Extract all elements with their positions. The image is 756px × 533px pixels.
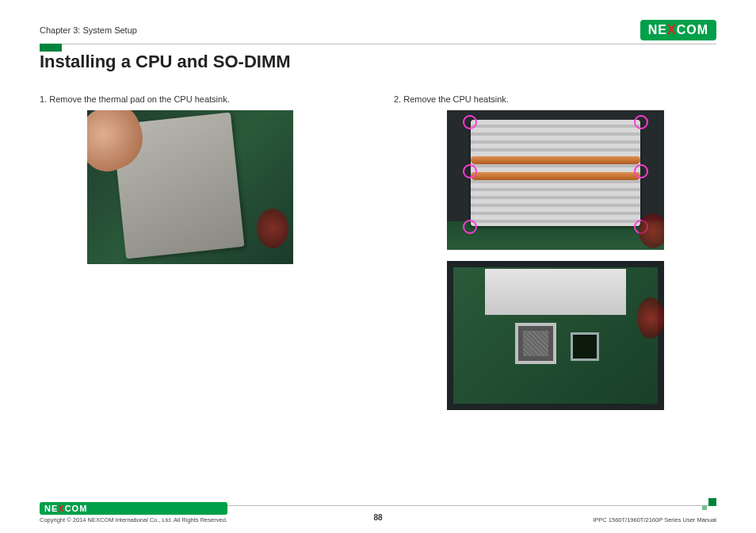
step-1-text: 1. Remove the thermal pad on the CPU hea…	[40, 94, 362, 104]
screw-marker-icon	[463, 164, 477, 178]
brand-logo-box: NEXCOM	[640, 20, 716, 40]
screw-marker-icon	[634, 115, 648, 129]
cpu-socket-illustration	[515, 323, 556, 364]
cable-illustration	[257, 209, 288, 248]
step-2-text: 2. Remove the CPU heatsink.	[394, 94, 716, 104]
screw-marker-icon	[634, 164, 648, 178]
chipset-illustration	[571, 332, 599, 361]
brand-logo-text: NEXCOM	[648, 23, 708, 37]
metal-plate-illustration	[485, 269, 626, 315]
content-columns: 1. Remove the thermal pad on the CPU hea…	[40, 94, 716, 421]
footer-brand-text: NEXCOM	[44, 504, 87, 513]
brand-logo: NEXCOM	[640, 20, 716, 40]
header-accent	[40, 44, 62, 52]
screw-marker-icon	[463, 220, 477, 234]
chapter-label: Chapter 3: System Setup	[40, 25, 137, 35]
screw-marker-icon	[463, 115, 477, 129]
figure-step-2a	[447, 110, 664, 250]
cable-illustration	[637, 297, 664, 339]
page-number: 88	[0, 513, 756, 522]
figure-step-2b	[447, 261, 664, 410]
column-right: 2. Remove the CPU heatsink.	[394, 94, 716, 421]
column-left: 1. Remove the thermal pad on the CPU hea…	[40, 94, 362, 421]
figure-step-1	[87, 110, 293, 264]
header-bar: Chapter 3: System Setup NEXCOM	[40, 20, 716, 40]
cable-illustration	[639, 213, 664, 248]
page-title: Installing a CPU and SO-DIMM	[40, 52, 716, 72]
header-rule	[40, 44, 716, 44]
page: Chapter 3: System Setup NEXCOM Installin…	[0, 0, 756, 533]
heatpipe-illustration	[471, 172, 640, 180]
heatpipe-illustration	[471, 156, 640, 164]
